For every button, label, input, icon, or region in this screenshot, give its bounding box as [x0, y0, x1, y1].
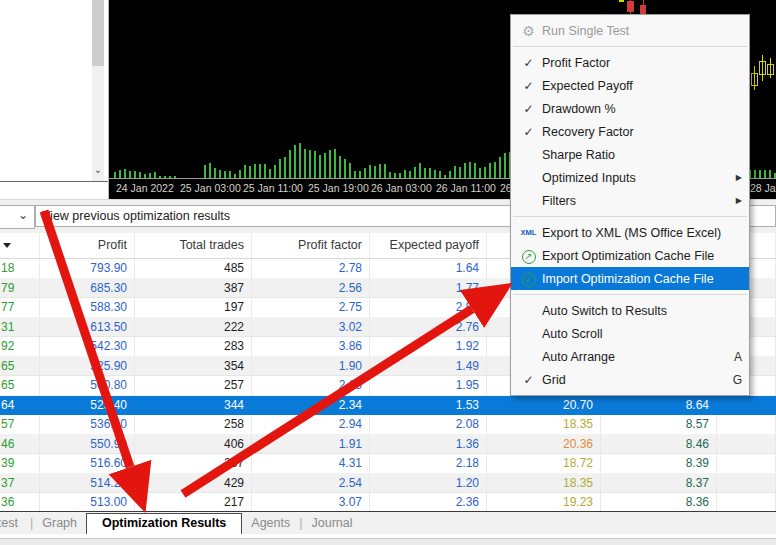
menu-item-auto-scroll[interactable]: Auto Scroll [511, 322, 749, 345]
volume-bar [304, 149, 306, 178]
sort-descending-icon [3, 243, 11, 248]
menu-item-import-optimization-cache-file[interactable]: ↙Import Optimization Cache File [511, 267, 749, 290]
criterion-dropdown[interactable]: ⌄ [0, 205, 35, 229]
column-header-pf[interactable]: Profit factor [252, 233, 370, 258]
volume-bar [134, 171, 136, 178]
volume-bar [239, 170, 241, 178]
menu-item-label: Sharpe Ratio [542, 148, 728, 162]
table-row[interactable]: 46550.904061.911.3620.368.46 [0, 435, 776, 455]
cell-expected-payoff: 1.49 [370, 357, 487, 377]
tab-agents[interactable]: Agents [242, 513, 299, 534]
time-axis-label: 25 Jan 19:00 [308, 182, 369, 194]
menu-item-label: Filters [542, 194, 728, 208]
tab-optimization-results[interactable]: Optimization Results [86, 513, 242, 536]
table-bottom-border [0, 511, 776, 512]
menu-item-label: Profit Factor [542, 56, 728, 70]
table-row[interactable]: 64525.403442.341.5320.708.64 [0, 396, 776, 416]
tab-journal[interactable]: Journal [303, 513, 362, 534]
panel-divider [0, 181, 108, 182]
volume-bar [294, 145, 296, 178]
tab-graph[interactable]: Graph [33, 513, 86, 534]
volume-bar [469, 162, 471, 178]
volume-bar [269, 169, 271, 178]
checkmark-icon: ✓ [515, 79, 542, 93]
menu-item-export-optimization-cache-file[interactable]: ↗Export Optimization Cache File [511, 244, 749, 267]
menu-separator [513, 216, 747, 217]
column-header-profit[interactable]: Profit [40, 233, 135, 258]
cell-total-trades: 283 [135, 337, 252, 357]
column-header-trades[interactable]: Total trades [135, 233, 252, 258]
volume-bar [429, 168, 431, 178]
volume-bar [464, 163, 466, 178]
menu-item-grid[interactable]: ✓GridG [511, 368, 749, 391]
volume-bar [329, 150, 331, 178]
cell-profit: 500.80 [40, 376, 135, 396]
volume-bar [359, 171, 361, 178]
volume-bar [474, 163, 476, 178]
table-row[interactable]: 57536.402582.942.0818.358.57 [0, 415, 776, 435]
menu-item-export-to-xml-ms-office-excel-[interactable]: XMLExport to XML (MS Office Excel) [511, 221, 749, 244]
xml-file-icon: XML [515, 228, 542, 237]
volume-bar [279, 159, 281, 178]
menu-item-drawdown-[interactable]: ✓Drawdown % [511, 97, 749, 120]
cell-extra [717, 474, 776, 494]
table-row[interactable]: 39516.602374.312.1818.728.39 [0, 454, 776, 474]
volume-bar [124, 169, 126, 178]
cell-expected-payoff: 1.53 [370, 396, 487, 416]
menu-item-sharpe-ratio[interactable]: Sharpe Ratio [511, 143, 749, 166]
cell-profit-factor: 3.86 [252, 337, 370, 357]
volume-bar [214, 168, 216, 178]
menu-item-auto-switch-to-results[interactable]: Auto Switch to Results [511, 299, 749, 322]
menu-item-optimized-inputs[interactable]: Optimized Inputs▶ [511, 166, 749, 189]
volume-bar [254, 164, 256, 178]
menu-item-filters[interactable]: Filters▶ [511, 189, 749, 212]
table-row[interactable]: 36513.002173.072.3619.238.36 [0, 493, 776, 513]
volume-bar [499, 157, 501, 178]
cell-extra [717, 435, 776, 455]
cell-expected-payoff: 1.95 [370, 376, 487, 396]
table-row[interactable]: 37514.204292.541.2018.358.37 [0, 474, 776, 494]
column-header-ep[interactable]: Expected payoff [370, 233, 487, 258]
cell-result: 36 [0, 493, 40, 513]
menu-item-label: Drawdown % [542, 102, 728, 116]
submenu-arrow-icon: ▶ [728, 173, 742, 182]
menu-separator [513, 46, 747, 47]
cell-recovery-factor: 8.64 [601, 396, 717, 416]
cell-profit-factor: 2.34 [252, 396, 370, 416]
volume-bar [409, 171, 411, 178]
cell-extra [717, 454, 776, 474]
scrollbar-thumb[interactable] [92, 0, 104, 66]
cell-profit-factor: 3.07 [252, 493, 370, 513]
volume-bar [489, 163, 491, 178]
menu-item-expected-payoff[interactable]: ✓Expected Payoff [511, 74, 749, 97]
menu-item-auto-arrange[interactable]: Auto ArrangeA [511, 345, 749, 368]
volume-bar [404, 170, 406, 178]
cell-total-trades: 237 [135, 454, 252, 474]
cell-expected-payoff: 1.92 [370, 337, 487, 357]
tab-backtest[interactable]: Backtest [0, 513, 18, 533]
cell-total-trades: 257 [135, 376, 252, 396]
cell-drawdown: 20.70 [487, 396, 601, 416]
cell-recovery-factor: 8.39 [601, 454, 717, 474]
cell-profit-factor: 2.15 [252, 376, 370, 396]
scrollbar-down-button[interactable]: ⌄ [92, 164, 104, 179]
candlestick [767, 64, 774, 75]
volume-bar [459, 167, 461, 178]
cell-drawdown: 18.35 [487, 415, 601, 435]
volume-bar [439, 171, 441, 178]
vertical-scrollbar[interactable]: ⌄ [92, 0, 104, 181]
time-axis-label: 25 Jan 03:00 [180, 182, 241, 194]
cell-profit: 536.40 [40, 415, 135, 435]
menu-item-recovery-factor[interactable]: ✓Recovery Factor [511, 120, 749, 143]
cell-result: 65 [0, 376, 40, 396]
cell-total-trades: 429 [135, 474, 252, 494]
volume-bar [299, 143, 301, 178]
cell-profit-factor: 1.91 [252, 435, 370, 455]
cell-profit: 613.50 [40, 318, 135, 338]
candlestick [751, 73, 758, 86]
column-header-c0[interactable] [0, 233, 40, 258]
cell-profit: 514.20 [40, 474, 135, 494]
menu-item-profit-factor[interactable]: ✓Profit Factor [511, 51, 749, 74]
cell-profit-factor: 1.90 [252, 357, 370, 377]
cell-expected-payoff: 2.76 [370, 318, 487, 338]
